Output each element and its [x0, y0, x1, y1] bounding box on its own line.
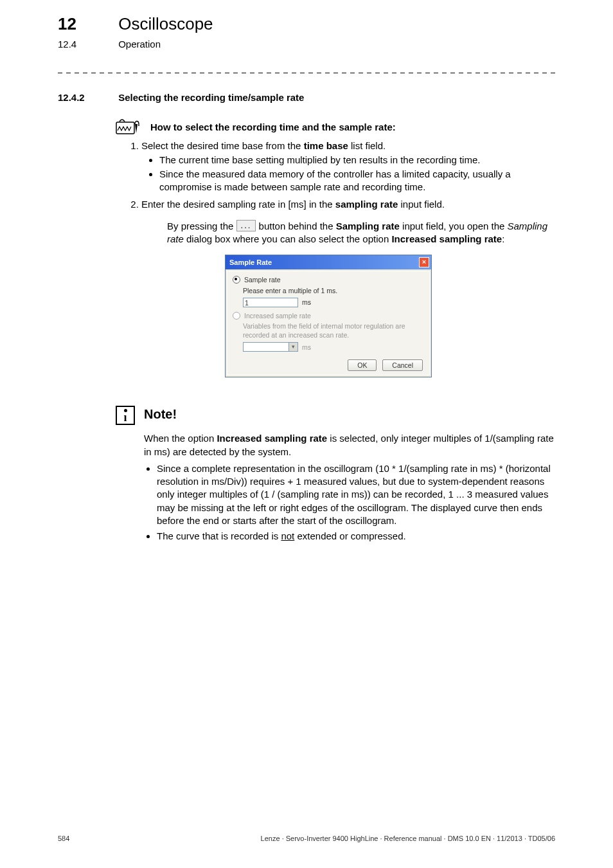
cancel-button[interactable]: Cancel [382, 359, 423, 371]
chapter-number: 12 [58, 13, 116, 35]
chapter-title: Oscilloscope [118, 13, 213, 35]
step-2: Enter the desired sampling rate in [ms] … [141, 198, 555, 378]
dialog-titlebar[interactable]: Sample Rate × [226, 255, 431, 269]
para-text-d: dialog box where you can also select the… [184, 233, 392, 244]
sample-rate-input[interactable]: 1 [243, 298, 298, 307]
step-1-bold: time base [304, 140, 348, 151]
option-increased-sample-rate[interactable]: Increased sample rate [233, 311, 424, 320]
oscilloscope-pointer-icon [116, 118, 144, 134]
step-2-paragraph: By pressing the ... button behind the Sa… [167, 220, 555, 246]
note-li2-underlined: not [281, 530, 294, 541]
note-p-bold: Increased sampling rate [217, 433, 327, 444]
para-text-b: button behind the [256, 221, 335, 231]
radio-sample-rate[interactable] [233, 276, 240, 284]
howto-text: How to select the recording time and the… [150, 121, 396, 134]
section-heading: 12.4.2 Selecting the recording time/samp… [58, 91, 555, 104]
para-text-c: input field, you open the [400, 221, 508, 231]
option-increased-sample-rate-desc: Variables from the field of internal mot… [243, 321, 424, 339]
unit-label-ms-1: ms [302, 298, 311, 307]
note-li2-b: extended or compressed. [294, 530, 405, 541]
para-bold-1: Sampling rate [336, 221, 400, 231]
page-number: 584 [58, 834, 69, 844]
page-header: 12 Oscilloscope 12.4 Operation [58, 13, 555, 51]
note-list-item-1: Since a complete representation in the o… [157, 462, 555, 527]
step-1-sublist: The current time base setting multiplied… [141, 154, 555, 194]
note-list-item-2: The curve that is recorded is not extend… [157, 530, 555, 543]
steps-list: Select the desired time base from the ti… [116, 140, 555, 378]
sample-rate-dialog: Sample Rate × Sample rate Please enter a… [225, 255, 432, 377]
para-bold-2: Increased sampling rate [391, 233, 502, 244]
footer-info: Lenze · Servo-Inverter 9400 HighLine · R… [261, 834, 555, 844]
option-sample-rate-label: Sample rate [244, 275, 281, 284]
subchapter-title: Operation [118, 38, 161, 51]
step-1-sub-2: Since the measured data memory of the co… [159, 168, 555, 194]
note-title: Note! [144, 406, 555, 423]
section-number: 12.4.2 [58, 91, 116, 104]
step-2-bold: sampling rate [335, 199, 398, 210]
page-footer: 584 Lenze · Servo-Inverter 9400 HighLine… [58, 834, 555, 844]
step-1-text-a: Select the desired time base from the [141, 140, 304, 151]
para-text-a: By pressing the [167, 221, 236, 231]
step-2-text-b: input field. [398, 199, 445, 210]
option-sample-rate-desc: Please enter a multiple of 1 ms. [243, 286, 424, 295]
step-2-text-a: Enter the desired sampling rate in [ms] … [141, 199, 335, 210]
option-sample-rate[interactable]: Sample rate [233, 275, 424, 284]
ellipsis-button-inline: ... [236, 220, 256, 231]
unit-label-ms-2: ms [302, 343, 311, 352]
note-li2-a: The curve that is recorded is [157, 530, 281, 541]
step-1: Select the desired time base from the ti… [141, 140, 555, 194]
dialog-title: Sample Rate [229, 258, 272, 267]
subchapter-number: 12.4 [58, 38, 116, 51]
step-1-sub-1: The current time base setting multiplied… [159, 154, 555, 167]
radio-increased-sample-rate[interactable] [233, 312, 240, 320]
note-paragraph: When the option Increased sampling rate … [144, 432, 555, 458]
close-icon[interactable]: × [419, 257, 429, 267]
section-title: Selecting the recording time/sample rate [118, 91, 304, 104]
howto-heading: How to select the recording time and the… [116, 118, 555, 134]
note-p-text-a: When the option [144, 433, 217, 444]
option-increased-sample-rate-label: Increased sample rate [244, 311, 311, 320]
para-text-e: : [502, 233, 504, 244]
increased-rate-combo: ▾ [243, 342, 298, 352]
info-icon: ı [116, 406, 135, 425]
step-1-text-b: list field. [348, 140, 386, 151]
note-list: Since a complete representation in the o… [144, 462, 555, 543]
chevron-down-icon: ▾ [289, 343, 298, 351]
separator-rule [58, 73, 555, 73]
ok-button[interactable]: OK [348, 359, 377, 371]
note-block: ı Note! When the option Increased sampli… [116, 406, 555, 545]
